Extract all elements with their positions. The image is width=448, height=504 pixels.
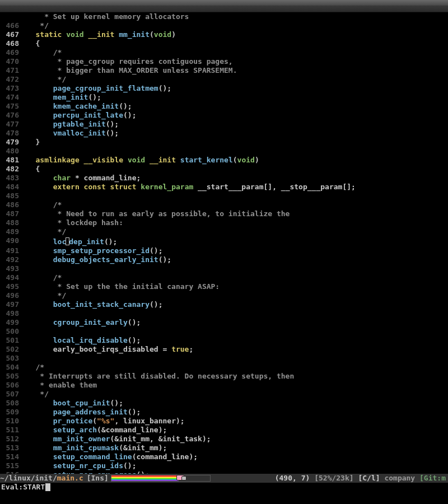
line-number: 491: [0, 246, 22, 255]
nyan-progress: [111, 475, 211, 482]
code-line[interactable]: 491 smp_setup_processor_id();: [0, 246, 448, 255]
code-line[interactable]: 503: [0, 354, 448, 363]
code-line[interactable]: 481 asmlinkage __visible void __init sta…: [0, 156, 448, 165]
line-number: 482: [0, 165, 22, 174]
line-content: {: [22, 39, 448, 48]
code-line[interactable]: 500: [0, 327, 448, 336]
line-content: pr_notice("%s", linux_banner);: [22, 417, 448, 426]
code-line[interactable]: 480: [0, 147, 448, 156]
line-content: {: [22, 165, 448, 174]
major-mode: [C/l]: [358, 474, 380, 482]
code-line[interactable]: 495 * Set up the the initial canary ASAP…: [0, 282, 448, 291]
code-line[interactable]: 502 early_boot_irqs_disabled = true;: [0, 345, 448, 354]
code-line[interactable]: 477 pgtable_init();: [0, 120, 448, 129]
code-line[interactable]: 485: [0, 192, 448, 200]
code-line[interactable]: 482 {: [0, 165, 448, 174]
line-content: mem_init();: [22, 93, 448, 102]
line-number: 472: [0, 75, 22, 84]
insert-state: [Ins]: [87, 474, 109, 483]
line-number: 497: [0, 300, 22, 309]
line-content: */: [22, 21, 448, 30]
minibuffer-cursor: [45, 483, 50, 491]
line-number: 505: [0, 372, 22, 381]
line-number: 488: [0, 218, 22, 227]
line-number: 471: [0, 66, 22, 75]
line-content: * Set up kernel memory allocators: [22, 12, 448, 21]
code-line[interactable]: 466 */: [0, 21, 448, 30]
code-line[interactable]: 506 * enable them: [0, 381, 448, 390]
line-content: boot_init_stack_canary();: [22, 300, 448, 309]
line-number: 467: [0, 30, 22, 39]
code-line[interactable]: 512 mm_init_owner(&init_mm, &init_task);: [0, 435, 448, 444]
code-line[interactable]: 470 * page_cgroup requires contiguous pa…: [0, 57, 448, 66]
code-line[interactable]: 478 vmalloc_init();: [0, 129, 448, 138]
code-line[interactable]: 505 * Interrupts are still disabled. Do …: [0, 372, 448, 381]
line-number: 511: [0, 426, 22, 435]
mode-line: ~/linux/init/main.c [Ins] (490, 7) [52%/…: [0, 474, 448, 483]
line-content: cgroup_init_early();: [22, 318, 448, 327]
vc-status: [Git:m: [419, 474, 446, 482]
code-line[interactable]: 484 extern const struct kernel_param __s…: [0, 183, 448, 192]
code-line[interactable]: 497 boot_init_stack_canary();: [0, 300, 448, 309]
code-line[interactable]: 511 setup_arch(&command_line);: [0, 426, 448, 435]
line-content: asmlinkage __visible void __init start_k…: [22, 156, 448, 165]
code-line[interactable]: 501 local_irq_disable();: [0, 336, 448, 345]
code-line[interactable]: 498: [0, 309, 448, 318]
line-content: setup_nr_cpu_ids();: [22, 461, 448, 470]
code-line[interactable]: 508 boot_cpu_init();: [0, 399, 448, 408]
code-line[interactable]: 486 /*: [0, 200, 448, 209]
code-line[interactable]: 510 pr_notice("%s", linux_banner);: [0, 417, 448, 426]
line-content: local_irq_disable();: [22, 336, 448, 345]
minibuffer[interactable]: Eval: START: [0, 483, 448, 492]
code-line[interactable]: 504 /*: [0, 363, 448, 372]
line-content: /*: [22, 273, 448, 282]
line-content: */: [22, 75, 448, 84]
code-line[interactable]: 472 */: [0, 75, 448, 84]
line-number: 478: [0, 129, 22, 138]
code-line[interactable]: 514 setup_command_line(command_line);: [0, 452, 448, 461]
code-line[interactable]: 515 setup_nr_cpu_ids();: [0, 461, 448, 470]
code-line[interactable]: 513 mm_init_cpumask(&init_mm);: [0, 444, 448, 452]
code-line[interactable]: 494 /*: [0, 273, 448, 282]
code-line[interactable]: 476 percpu_init_late();: [0, 111, 448, 120]
code-line[interactable]: 493: [0, 264, 448, 273]
line-number: 481: [0, 156, 22, 165]
line-number: 495: [0, 282, 22, 291]
line-number: 475: [0, 102, 22, 111]
code-line[interactable]: 474 mem_init();: [0, 93, 448, 102]
line-content: * Interrupts are still disabled. Do nece…: [22, 372, 448, 381]
code-line[interactable]: * Set up kernel memory allocators: [0, 12, 448, 21]
code-line[interactable]: 492 debug_objects_early_init();: [0, 255, 448, 264]
code-editor[interactable]: * Set up kernel memory allocators466 */4…: [0, 12, 448, 492]
line-number: 507: [0, 390, 22, 399]
line-number: 479: [0, 138, 22, 147]
code-line[interactable]: 487 * Need to run as early as possible, …: [0, 209, 448, 218]
line-content: static void __init mm_init(void): [22, 30, 448, 39]
code-line[interactable]: 490 locdep_init();: [0, 236, 448, 246]
line-content: boot_cpu_init();: [22, 399, 448, 408]
code-line[interactable]: 509 page_address_init();: [0, 408, 448, 417]
code-line[interactable]: 489 */: [0, 227, 448, 236]
line-number: 484: [0, 183, 22, 192]
code-line[interactable]: 496 */: [0, 291, 448, 300]
line-content: page_cgroup_init_flatmem();: [22, 84, 448, 93]
code-line[interactable]: 473 page_cgroup_init_flatmem();: [0, 84, 448, 93]
code-line[interactable]: 469 /*: [0, 48, 448, 57]
code-line[interactable]: 483 char * command_line;: [0, 174, 448, 183]
code-line[interactable]: 488 * lockdep hash:: [0, 218, 448, 227]
line-number: 506: [0, 381, 22, 390]
minibuffer-prompt: Eval:: [1, 483, 23, 492]
code-line[interactable]: 475 kmem_cache_init();: [0, 102, 448, 111]
line-number: 476: [0, 111, 22, 120]
line-number: 512: [0, 435, 22, 444]
line-number: 515: [0, 461, 22, 470]
line-number: 466: [0, 21, 22, 30]
code-line[interactable]: 507 */: [0, 390, 448, 399]
minibuffer-text: START: [23, 483, 45, 492]
code-line[interactable]: 471 * bigger than MAX_ORDER unless SPARS…: [0, 66, 448, 75]
code-line[interactable]: 499 cgroup_init_early();: [0, 318, 448, 327]
code-line[interactable]: 479 }: [0, 138, 448, 147]
line-content: setup_arch(&command_line);: [22, 426, 448, 435]
code-line[interactable]: 468 {: [0, 39, 448, 48]
code-line[interactable]: 467 static void __init mm_init(void): [0, 30, 448, 39]
